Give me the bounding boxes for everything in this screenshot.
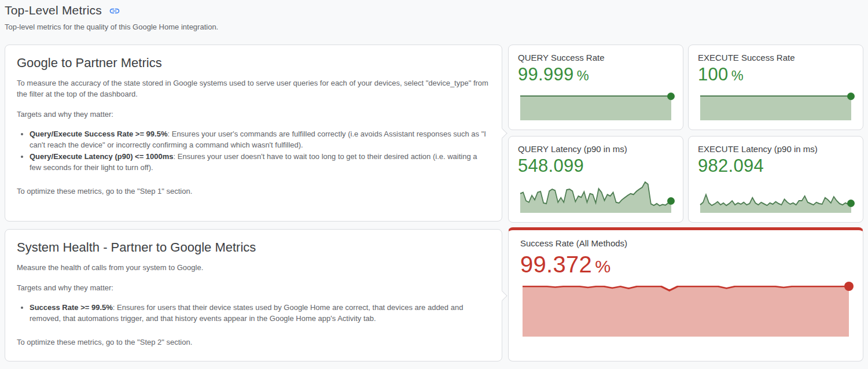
targets-bullet-list: Success Rate >= 99.5%: Ensures for users… (17, 302, 490, 324)
execute-latency-card: EXECUTE Latency (p90 in ms) 982.094 (688, 136, 863, 223)
left-column: Google to Partner Metrics To measure the… (5, 45, 502, 361)
bullet-item: Query/Execute Success Rate >= 99.5%: Ens… (30, 128, 490, 150)
system-health-card: System Health - Partner to Google Metric… (5, 229, 502, 361)
sparkline-endpoint-dot (847, 200, 855, 207)
metric-value: 99.999% (518, 64, 674, 85)
sparkline-chart[interactable] (700, 95, 851, 120)
card-title: System Health - Partner to Google Metric… (17, 240, 490, 255)
intro-text: Measure the health of calls from your sy… (17, 262, 490, 273)
google-to-partner-card: Google to Partner Metrics To measure the… (5, 45, 502, 222)
query-latency-card: QUERY Latency (p90 in ms) 548.099 (508, 136, 683, 223)
targets-label: Targets and why they matter: (17, 109, 490, 120)
success-rate-all-methods-card: Success Rate (All Methods) 99.372% (508, 227, 863, 361)
sparkline-chart[interactable] (520, 95, 671, 120)
card-title: Google to Partner Metrics (17, 56, 490, 71)
dashboard-content: Google to Partner Metrics To measure the… (5, 45, 863, 361)
bullet-item: Success Rate >= 99.5%: Ensures for users… (30, 302, 490, 324)
footer-text: To optimize these metrics, go to the "St… (17, 337, 490, 348)
metric-value: 548.099 (518, 156, 674, 176)
sparkline-endpoint-dot (844, 282, 854, 291)
sparkline-endpoint-dot (847, 93, 855, 100)
bullet-item: Query/Execute Latency (p90) <= 1000ms: E… (30, 151, 490, 173)
metric-title: QUERY Latency (p90 in ms) (518, 144, 674, 154)
anchor-link-icon[interactable] (109, 5, 120, 17)
page-title: Top-Level Metrics (5, 3, 102, 17)
targets-bullet-list: Query/Execute Success Rate >= 99.5%: Ens… (17, 128, 490, 173)
metric-title: Success Rate (All Methods) (520, 238, 851, 248)
metric-title: EXECUTE Success Rate (698, 53, 854, 62)
intro-text: To measure the accuracy of the state sto… (17, 78, 490, 99)
sparkline-chart[interactable] (520, 179, 671, 213)
metric-unit: % (731, 68, 744, 83)
metric-title: QUERY Success Rate (518, 53, 674, 62)
sparkline-endpoint-dot (667, 197, 675, 205)
right-column: QUERY Success Rate 99.999% EXECUTE Succe… (508, 45, 863, 361)
query-success-rate-card: QUERY Success Rate 99.999% (508, 45, 683, 130)
sparkline-chart[interactable] (700, 179, 851, 213)
metric-title: EXECUTE Latency (p90 in ms) (698, 144, 854, 154)
targets-label: Targets and why they matter: (17, 282, 490, 293)
execute-success-rate-card: EXECUTE Success Rate 100% (688, 45, 863, 130)
sparkline-chart[interactable] (523, 285, 849, 337)
metric-unit: % (595, 256, 610, 276)
footer-text: To optimize these metrics, go to the "St… (17, 186, 490, 197)
metric-unit: % (577, 68, 589, 83)
metric-value: 100% (698, 64, 854, 85)
metric-value: 982.094 (698, 156, 854, 176)
page-subtitle: Top-level metrics for the quality of thi… (5, 23, 863, 31)
sparkline-endpoint-dot (667, 93, 675, 100)
page-header: Top-Level Metrics Top-level metrics for … (5, 3, 863, 31)
metric-value: 99.372% (520, 252, 851, 278)
